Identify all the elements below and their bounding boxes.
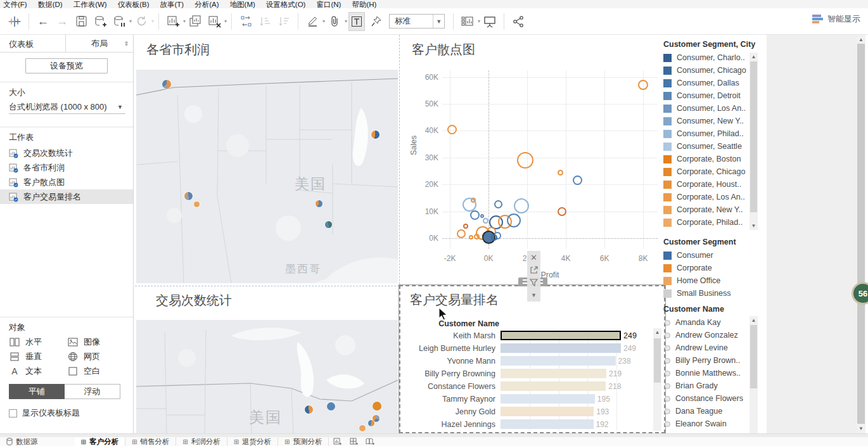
map-pie-mark[interactable] [373, 402, 381, 411]
size-dropdown-caret[interactable]: ▼ [117, 104, 125, 110]
scatter-point[interactable] [483, 218, 488, 224]
sort-ascending-button[interactable] [257, 12, 273, 31]
bar-row[interactable]: Billy Perry Browning219 [400, 367, 664, 380]
new-story-tab-button[interactable] [362, 437, 378, 446]
menu-item[interactable]: 设置格式(O) [266, 0, 306, 8]
sort-descending-button[interactable] [276, 12, 292, 31]
show-cards-button[interactable] [459, 12, 476, 31]
menu-item[interactable]: 数据(D) [38, 0, 63, 8]
app-vertical-scrollbar[interactable]: ▲ ▼ [857, 35, 865, 433]
highlighter-radio[interactable] [665, 320, 670, 326]
highlighter-radio[interactable] [665, 371, 670, 376]
bar-mark[interactable] [501, 381, 606, 391]
format-attach-button[interactable] [326, 12, 343, 31]
customer-name-scrollbar[interactable]: ▲ [750, 316, 758, 433]
fix-axes-button[interactable] [367, 12, 384, 31]
bar-row[interactable]: Leigh Burnette Hurley249 [400, 342, 664, 355]
map-pie-mark[interactable] [194, 201, 200, 207]
fit-dropdown[interactable]: 标准 ▼ [389, 14, 445, 29]
bar-row[interactable]: Yvonne Mann238 [400, 355, 664, 367]
object-text[interactable]: A文本 [9, 364, 67, 378]
scatter-point[interactable] [517, 152, 533, 169]
object-horizontal-container[interactable]: 水平 [9, 334, 67, 349]
highlighter-radio[interactable] [665, 333, 670, 338]
datasource-tab[interactable]: 数据源 [0, 437, 44, 446]
map-pie-mark[interactable] [368, 420, 374, 426]
scatter-point[interactable] [514, 198, 529, 213]
sheet-tab[interactable]: ⊞利润分析 [176, 437, 227, 446]
worksheet-item[interactable]: 交易次数统计 [0, 146, 133, 160]
scatter-point[interactable] [463, 224, 468, 229]
map-pie-mark[interactable] [359, 425, 366, 431]
sheet-tab[interactable]: ⊞销售分析 [125, 437, 176, 446]
presentation-mode-button[interactable] [482, 12, 498, 31]
menu-item[interactable]: 仪表板(B) [118, 0, 150, 8]
legend-item[interactable]: Home Office [663, 274, 767, 287]
show-dashboard-title-option[interactable]: 显示仪表板标题 [9, 407, 80, 419]
menu-item[interactable]: 帮助(H) [352, 0, 376, 8]
zone-filter-icon[interactable] [527, 276, 540, 289]
scatter-point[interactable] [491, 234, 497, 241]
highlight-caret[interactable]: ▾ [322, 18, 325, 24]
ranking-scrollbar[interactable]: ▲ [653, 328, 661, 431]
scroll-up-icon[interactable]: ▲ [750, 317, 758, 323]
duplicate-sheet-button[interactable] [187, 12, 203, 31]
pane-spinner-icon[interactable]: ⇕ [124, 41, 129, 47]
scroll-down-icon[interactable]: ▼ [857, 426, 865, 431]
scatter-plot-area[interactable] [442, 70, 658, 249]
bar-mark[interactable] [501, 356, 616, 366]
scatter-point[interactable] [463, 198, 476, 212]
scatter-point[interactable] [573, 175, 582, 185]
tab-layout[interactable]: 布局 ⇕ [65, 35, 133, 53]
share-button[interactable] [510, 12, 527, 31]
map-pie-mark[interactable] [305, 405, 313, 414]
scroll-down-icon[interactable]: ▼ [750, 223, 758, 229]
refresh-caret[interactable]: ▾ [151, 18, 154, 24]
new-worksheet-caret[interactable]: ▾ [183, 18, 186, 24]
device-preview-button[interactable]: 设备预览 [25, 58, 108, 73]
map-pie-mark[interactable] [316, 200, 322, 207]
menu-item[interactable]: 地图(M) [230, 0, 255, 8]
pause-updates-caret[interactable]: ▾ [129, 18, 132, 24]
scatter-point[interactable] [470, 210, 480, 220]
app-scrollbar-thumb[interactable] [857, 44, 865, 424]
orders-map[interactable]: 美国 [136, 320, 398, 433]
highlighter-radio[interactable] [665, 383, 670, 389]
object-image[interactable]: 图像 [67, 334, 125, 349]
scatter-point[interactable] [558, 207, 566, 216]
tab-dashboard[interactable]: 仪表板 [9, 39, 34, 50]
show-me-button[interactable]: 智能显示 [812, 13, 860, 25]
worksheet-item[interactable]: 客户散点图 [0, 175, 133, 189]
segment-city-scrollbar-thumb[interactable] [750, 61, 757, 212]
tableau-logo-icon[interactable] [6, 12, 23, 31]
new-worksheet-tab-button[interactable] [329, 437, 345, 446]
map-pie-mark[interactable] [327, 402, 335, 411]
legend-item[interactable]: Corporate [663, 262, 767, 274]
sheet-tab[interactable]: ⊞退货分析 [227, 437, 278, 446]
tiled-button[interactable]: 平铺 [9, 384, 65, 399]
worksheet-item[interactable]: 客户交易量排名 [0, 189, 133, 204]
fit-dropdown-caret[interactable]: ▼ [433, 15, 444, 28]
new-worksheet-button[interactable] [165, 12, 181, 31]
profit-map[interactable]: 美国 墨西哥 © OpenStreetMap contributors [136, 70, 398, 283]
scatter-point[interactable] [507, 213, 521, 227]
bar-row[interactable]: Tammy Raynor195 [400, 393, 664, 405]
scroll-up-icon[interactable]: ▲ [653, 329, 661, 335]
customer-name-scrollbar-thumb[interactable] [750, 325, 757, 388]
bar-mark[interactable] [501, 331, 621, 340]
menu-item[interactable]: 工作表(W) [73, 0, 107, 8]
object-vertical-container[interactable]: 垂直 [9, 349, 67, 364]
segment-city-scrollbar[interactable]: ▲ ▼ [750, 53, 758, 230]
show-dashboard-title-checkbox[interactable] [9, 409, 17, 417]
bar-row[interactable]: Hazel Jennings192 [400, 418, 664, 431]
highlighter-radio[interactable] [665, 396, 670, 402]
zone-goto-sheet-icon[interactable] [527, 264, 540, 276]
swap-axes-button[interactable] [238, 12, 254, 31]
refresh-button[interactable] [133, 12, 150, 31]
legend-item[interactable]: Consumer [663, 249, 767, 262]
scatter-point[interactable] [494, 200, 502, 208]
clear-sheet-button[interactable] [206, 12, 222, 31]
scatter-point[interactable] [469, 235, 473, 239]
bar-mark[interactable] [501, 419, 594, 429]
worksheet-item[interactable]: 各省市利润 [0, 160, 133, 175]
